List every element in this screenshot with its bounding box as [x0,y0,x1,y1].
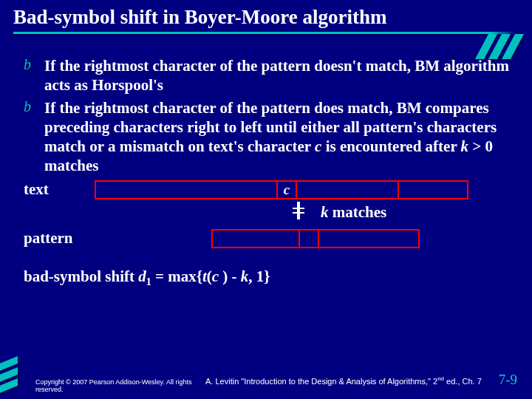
pattern-box-k [319,229,420,248]
pattern-box-mid [299,229,319,248]
decor-stripes-top-right [482,34,517,59]
formula: bad-symbol shift d1 = max{t(c ) - k, 1} [24,267,514,288]
slide-title: Bad-symbol shift in Boyer-Moore algorith… [13,6,520,29]
bullet-1-text: If the rightmost character of the patter… [44,56,514,95]
text-boxes: c [95,180,468,200]
k-matches-text: k matches [321,203,386,222]
bullet-icon: b [24,98,44,176]
k-matches-row: k matches [290,201,514,225]
text-box-right [398,180,468,200]
bullet-2: b If the rightmost character of the patt… [24,98,514,176]
footer: Copyright © 2007 Pearson Addison-Wesley.… [35,372,517,393]
text-label: text [24,180,95,199]
copyright-text: Copyright © 2007 Pearson Addison-Wesley.… [35,378,205,393]
page-number: 7-9 [499,372,517,388]
text-box-left [95,180,276,200]
not-equal-icon [290,201,306,225]
text-box-k [297,180,398,200]
bullet-2-text: If the rightmost character of the patter… [44,98,514,176]
text-box-c: c [276,180,297,200]
pattern-label: pattern [24,229,95,248]
text-row: text c [24,180,514,200]
pattern-row: pattern [24,229,514,248]
bullet-1: b If the rightmost character of the patt… [24,56,514,95]
slide-body: b If the rightmost character of the patt… [0,34,532,288]
pattern-box-left [211,229,299,248]
citation-text: A. Levitin "Introduction to the Design &… [205,375,499,386]
decor-stripes-bottom-left [0,361,18,390]
bullet-icon: b [24,56,44,95]
